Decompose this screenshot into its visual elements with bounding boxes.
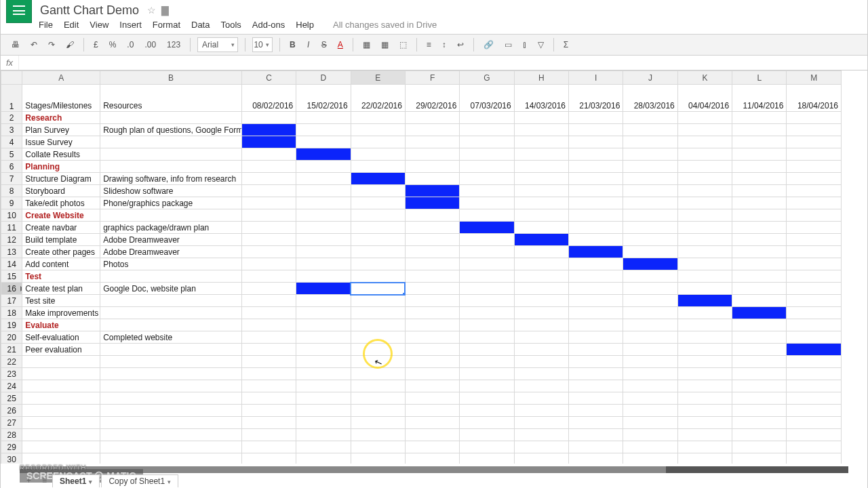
cell-J17[interactable] bbox=[623, 295, 677, 307]
cell-I8[interactable] bbox=[569, 185, 623, 197]
cell-H16[interactable] bbox=[514, 283, 568, 295]
cell-M25[interactable] bbox=[787, 392, 842, 405]
row-header-17[interactable]: 17 bbox=[1, 295, 22, 307]
cell-C16[interactable] bbox=[241, 283, 296, 295]
cell-D20[interactable] bbox=[296, 331, 351, 344]
cell-I4[interactable] bbox=[569, 136, 623, 148]
cell-M7[interactable] bbox=[787, 173, 842, 185]
cell-D6[interactable] bbox=[296, 161, 351, 173]
cell-B18[interactable] bbox=[100, 307, 242, 319]
cell-I17[interactable] bbox=[569, 295, 623, 307]
borders-icon[interactable]: ▦ bbox=[377, 37, 393, 52]
cell-I18[interactable] bbox=[569, 307, 623, 319]
cell-B17[interactable] bbox=[100, 295, 242, 307]
menu-data[interactable]: Data bbox=[191, 20, 210, 30]
cell-K1[interactable]: 04/04/2016 bbox=[677, 85, 732, 112]
cell-B27[interactable] bbox=[100, 417, 242, 429]
cell-F20[interactable] bbox=[405, 331, 459, 344]
cell-C5[interactable] bbox=[241, 148, 296, 161]
row-header-1[interactable]: 1 bbox=[1, 85, 22, 112]
cell-H3[interactable] bbox=[514, 124, 568, 136]
sheet-tab-1[interactable]: Sheet1▾ bbox=[52, 474, 100, 487]
cell-G13[interactable] bbox=[460, 246, 514, 258]
menu-view[interactable]: View bbox=[90, 20, 108, 30]
cell-J22[interactable] bbox=[623, 356, 677, 368]
cell-C30[interactable] bbox=[241, 453, 296, 464]
cell-D27[interactable] bbox=[296, 417, 351, 429]
cell-M21[interactable] bbox=[787, 344, 842, 356]
cell-D23[interactable] bbox=[296, 368, 351, 380]
row-header-19[interactable]: 19 bbox=[1, 319, 22, 331]
cell-J3[interactable] bbox=[623, 124, 677, 136]
cell-A8[interactable]: Storyboard bbox=[22, 185, 100, 197]
cell-L12[interactable] bbox=[732, 234, 787, 246]
cell-K19[interactable] bbox=[677, 319, 732, 331]
cell-B26[interactable] bbox=[100, 405, 242, 417]
cell-L22[interactable] bbox=[732, 356, 787, 368]
cell-J2[interactable] bbox=[623, 112, 677, 124]
cell-A1[interactable]: Stages/Milestones bbox=[22, 85, 100, 112]
cell-A3[interactable]: Plan Survey bbox=[22, 124, 100, 136]
cell-F1[interactable]: 29/02/2016 bbox=[405, 85, 459, 112]
cell-G1[interactable]: 07/03/2016 bbox=[460, 85, 514, 112]
col-header-C[interactable]: C bbox=[241, 71, 296, 85]
cell-H13[interactable] bbox=[514, 246, 568, 258]
cell-A4[interactable]: Issue Survey bbox=[22, 136, 100, 148]
cell-C6[interactable] bbox=[241, 161, 296, 173]
cell-J4[interactable] bbox=[623, 136, 677, 148]
cell-K18[interactable] bbox=[677, 307, 732, 319]
cell-M8[interactable] bbox=[787, 185, 842, 197]
row-header-28[interactable]: 28 bbox=[1, 429, 22, 441]
cell-J29[interactable] bbox=[623, 441, 677, 453]
cell-J21[interactable] bbox=[623, 344, 677, 356]
cell-E15[interactable] bbox=[351, 270, 405, 283]
cell-G11[interactable] bbox=[460, 222, 514, 234]
cell-M26[interactable] bbox=[787, 405, 842, 417]
cell-E13[interactable] bbox=[351, 246, 405, 258]
cell-A7[interactable]: Structure Diagram bbox=[22, 173, 100, 185]
cell-E29[interactable] bbox=[351, 441, 405, 453]
col-header-G[interactable]: G bbox=[460, 71, 514, 85]
cell-E25[interactable] bbox=[351, 392, 405, 405]
cell-D12[interactable] bbox=[296, 234, 351, 246]
cell-E6[interactable] bbox=[351, 161, 405, 173]
strike-button[interactable]: S bbox=[317, 37, 331, 52]
cell-F8[interactable] bbox=[405, 185, 459, 197]
menu-addons[interactable]: Add-ons bbox=[252, 20, 285, 30]
cell-G30[interactable] bbox=[460, 453, 514, 464]
cell-A11[interactable]: Create navbar bbox=[22, 222, 100, 234]
cell-I19[interactable] bbox=[569, 319, 623, 331]
cell-B12[interactable]: Adobe Dreamweaver bbox=[100, 234, 242, 246]
cell-D16[interactable] bbox=[296, 283, 351, 295]
formula-input[interactable] bbox=[18, 56, 862, 70]
cell-L19[interactable] bbox=[732, 319, 787, 331]
format-123-button[interactable]: 123 bbox=[163, 37, 184, 52]
cell-J16[interactable] bbox=[623, 283, 677, 295]
font-select[interactable]: Arial bbox=[197, 37, 238, 52]
select-all-corner[interactable] bbox=[1, 71, 22, 85]
cell-I25[interactable] bbox=[569, 392, 623, 405]
row-header-10[interactable]: 10 bbox=[1, 209, 22, 222]
col-header-E[interactable]: E bbox=[351, 71, 405, 85]
col-header-D[interactable]: D bbox=[296, 71, 351, 85]
cell-A28[interactable] bbox=[22, 429, 100, 441]
cell-G4[interactable] bbox=[460, 136, 514, 148]
cell-M4[interactable] bbox=[787, 136, 842, 148]
row-header-20[interactable]: 20 bbox=[1, 331, 22, 344]
cell-A23[interactable] bbox=[22, 368, 100, 380]
cell-C4[interactable] bbox=[241, 136, 296, 148]
cell-A26[interactable] bbox=[22, 405, 100, 417]
cell-G29[interactable] bbox=[460, 441, 514, 453]
cell-L17[interactable] bbox=[732, 295, 787, 307]
doc-title[interactable]: Gantt Chart Demo bbox=[40, 3, 139, 18]
cell-K27[interactable] bbox=[677, 417, 732, 429]
cell-J18[interactable] bbox=[623, 307, 677, 319]
cell-I21[interactable] bbox=[569, 344, 623, 356]
cell-A15[interactable]: Test bbox=[22, 270, 100, 283]
cell-I24[interactable] bbox=[569, 380, 623, 392]
cell-F6[interactable] bbox=[405, 161, 459, 173]
cell-C2[interactable] bbox=[241, 112, 296, 124]
cell-L10[interactable] bbox=[732, 209, 787, 222]
cell-A22[interactable] bbox=[22, 356, 100, 368]
cell-B6[interactable] bbox=[100, 161, 242, 173]
